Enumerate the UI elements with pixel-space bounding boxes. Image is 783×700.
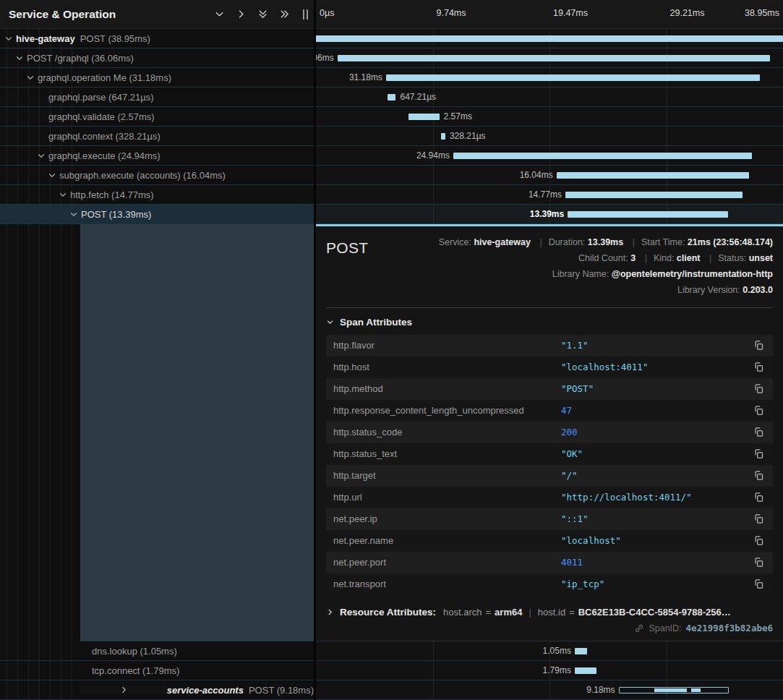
timeline-row[interactable]: 31.18ms [316, 68, 783, 88]
span-row-subgraph-execute[interactable]: subgraph.execute (accounts) (16.04ms) [0, 166, 314, 185]
span-row-service-accounts-post[interactable]: service-accounts POST (9.18ms) [0, 680, 314, 700]
resource-attributes-toggle[interactable]: Resource Attributes: host.arch = arm64 |… [326, 607, 773, 618]
timeline-row[interactable]: 24.94ms [316, 146, 783, 166]
span-bar[interactable] [575, 648, 587, 654]
attribute-value: "ip_tcp" [561, 579, 752, 589]
attribute-row: net.peer.port 4011 [326, 552, 773, 573]
span-row-post-selected[interactable]: POST (13.39ms) [0, 205, 314, 224]
duration-label: 1.05ms [543, 646, 571, 656]
span-bar[interactable] [568, 211, 728, 218]
span-row-graphql-context[interactable]: graphql.context (328.21µs) [0, 127, 314, 146]
timeline-row[interactable]: 14.77ms [316, 185, 783, 205]
span-attributes-table: http.flavor "1.1" http.host "localhost:4… [326, 335, 773, 595]
operation-name: POST (38.95ms) [80, 33, 150, 44]
double-chevron-right-icon[interactable] [275, 6, 293, 23]
attribute-key: net.peer.port [333, 557, 561, 568]
span-id-label: SpanID: [649, 623, 681, 633]
copy-icon[interactable] [752, 490, 766, 504]
double-chevron-down-icon[interactable] [254, 6, 271, 23]
copy-icon[interactable] [752, 425, 766, 439]
timeline-row[interactable]: 1.79ms [316, 661, 783, 680]
tick-label: 0µs [320, 8, 334, 18]
attribute-row: http.response_content_length_uncompresse… [326, 400, 773, 422]
duration-label: 14.77ms [529, 189, 562, 200]
chevron-right-icon [326, 608, 334, 616]
copy-icon[interactable] [752, 382, 766, 396]
copy-icon[interactable] [752, 404, 766, 417]
timeline-row[interactable]: 36.06ms [316, 48, 783, 68]
attribute-value: "POST" [561, 383, 752, 394]
span-row-graphql-validate[interactable]: graphql.validate (2.57ms) [0, 107, 314, 127]
span-bar[interactable] [316, 35, 783, 42]
timeline-row[interactable]: 38.95ms [316, 29, 783, 48]
meta-line: Service: hive-gateway Duration: 13.39ms … [439, 235, 773, 251]
timeline-row-selected[interactable]: 13.39ms [316, 205, 783, 224]
copy-icon[interactable] [752, 577, 766, 591]
detail-meta: Service: hive-gateway Duration: 13.39ms … [439, 235, 773, 299]
panel-resize-grip[interactable] [303, 9, 308, 20]
collapse-chevron-icon[interactable] [59, 190, 70, 199]
copy-icon[interactable] [752, 360, 766, 374]
span-row-graphql-parse[interactable]: graphql.parse (647.21µs) [0, 88, 314, 107]
span-bar[interactable] [565, 192, 743, 198]
span-bar[interactable] [575, 667, 596, 674]
span-bar[interactable] [388, 94, 395, 101]
collapse-chevron-icon[interactable] [69, 210, 81, 218]
operation-name: graphql.operation Me (31.18ms) [38, 72, 171, 83]
chevron-down-icon[interactable] [210, 6, 228, 23]
span-row-tcp-connect[interactable]: tcp.connect (1.79ms) [0, 661, 314, 680]
attribute-row: http.host "localhost:4011" [326, 357, 773, 378]
span-row-dns-lookup[interactable]: dns.lookup (1.05ms) [0, 641, 314, 661]
timeline-header: 0µs 9.74ms 19.47ms 29.21ms 38.95ms [316, 0, 783, 29]
attribute-value: 4011 [561, 557, 752, 568]
copy-icon[interactable] [752, 447, 766, 461]
copy-icon[interactable] [752, 555, 766, 569]
span-bar[interactable] [408, 114, 440, 120]
span-row-hive-gateway-post[interactable]: hive-gateway POST (38.95ms) [0, 29, 314, 48]
copy-icon[interactable] [752, 534, 766, 547]
expand-chevron-icon[interactable] [80, 686, 167, 694]
span-bar[interactable] [453, 153, 752, 159]
span-row-post-graphql[interactable]: POST /graphql (36.06ms) [0, 48, 314, 68]
timeline-row[interactable]: 328.21µs [316, 127, 783, 146]
span-row-graphql-execute[interactable]: graphql.execute (24.94ms) [0, 146, 314, 166]
attribute-row: net.peer.name "localhost" [326, 530, 773, 552]
detail-divider [326, 307, 773, 308]
tick-label: 29.21ms [670, 8, 705, 18]
collapse-chevron-icon[interactable] [15, 54, 27, 62]
attribute-key: http.target [333, 470, 561, 481]
collapse-chevron-icon[interactable] [48, 171, 59, 179]
timeline-row[interactable]: 2.57ms [316, 107, 783, 127]
chevron-down-icon [326, 318, 334, 326]
copy-icon[interactable] [752, 469, 766, 482]
timeline-row[interactable]: 647.21µs [316, 88, 783, 107]
span-bar[interactable] [441, 133, 445, 140]
collapse-chevron-icon[interactable] [37, 151, 48, 160]
attribute-row: http.status_code 200 [326, 422, 773, 443]
attribute-value: "/" [561, 470, 752, 481]
timeline-row[interactable]: 9.18ms [316, 680, 783, 700]
collapse-chevron-icon[interactable] [4, 34, 16, 43]
copy-icon[interactable] [752, 338, 766, 352]
duration-label: 2.57ms [444, 111, 472, 121]
operation-name: graphql.validate (2.57ms) [48, 111, 155, 122]
span-attributes-toggle[interactable]: Span Attributes [326, 317, 773, 328]
tick-label: 9.74ms [437, 8, 466, 18]
copy-icon[interactable] [752, 512, 766, 526]
span-bar-collapsed[interactable] [619, 687, 729, 693]
detail-span-title: POST [326, 235, 368, 257]
duration-label: 36.06ms [316, 53, 334, 63]
collapse-chevron-icon[interactable] [26, 73, 38, 82]
link-icon[interactable] [634, 623, 644, 633]
span-row-http-fetch[interactable]: http.fetch (14.77ms) [0, 185, 314, 205]
span-row-graphql-operation-me[interactable]: graphql.operation Me (31.18ms) [0, 68, 314, 88]
span-bar[interactable] [338, 55, 770, 61]
duration-label: 1.79ms [543, 665, 571, 675]
span-bar[interactable] [386, 74, 760, 81]
timeline-row[interactable]: 1.05ms [316, 641, 783, 661]
attribute-row: http.target "/" [326, 465, 773, 487]
attribute-key: http.method [333, 383, 561, 394]
timeline-row[interactable]: 16.04ms [316, 166, 783, 185]
span-bar[interactable] [557, 172, 749, 179]
chevron-right-icon[interactable] [232, 6, 249, 23]
